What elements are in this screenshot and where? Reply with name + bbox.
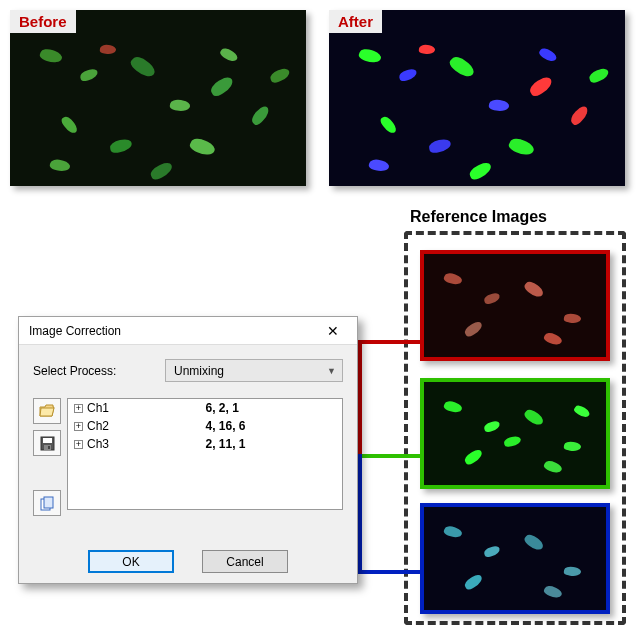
- folder-open-icon: [39, 404, 55, 418]
- reference-images-title: Reference Images: [410, 208, 547, 226]
- channel-name: Ch2: [87, 419, 109, 433]
- process-dropdown[interactable]: Unmixing ▼: [165, 359, 343, 382]
- svg-rect-3: [48, 446, 50, 449]
- svg-rect-1: [43, 438, 52, 443]
- open-button[interactable]: [33, 398, 61, 424]
- table-row[interactable]: +Ch3 2, 11, 1: [68, 435, 342, 453]
- channel-name: Ch3: [87, 437, 109, 451]
- channel-values: 2, 11, 1: [200, 435, 342, 453]
- ok-button[interactable]: OK: [88, 550, 174, 573]
- table-row[interactable]: +Ch2 4, 16, 6: [68, 417, 342, 435]
- copy-icon: [40, 496, 55, 511]
- channel-table[interactable]: +Ch1 6, 2, 1 +Ch2 4, 16, 6 +Ch3 2, 11, 1: [67, 398, 343, 510]
- chevron-down-icon: ▼: [327, 366, 336, 376]
- after-image: After: [329, 10, 625, 186]
- table-row[interactable]: +Ch1 6, 2, 1: [68, 399, 342, 417]
- select-process-label: Select Process:: [33, 364, 153, 378]
- expand-icon[interactable]: +: [74, 422, 83, 431]
- expand-icon[interactable]: +: [74, 404, 83, 413]
- copy-button[interactable]: [33, 490, 61, 516]
- image-correction-dialog: Image Correction ✕ Select Process: Unmix…: [18, 316, 358, 584]
- reference-image-red: [420, 250, 610, 361]
- cancel-button[interactable]: Cancel: [202, 550, 288, 573]
- dialog-titlebar: Image Correction ✕: [19, 317, 357, 345]
- reference-image-blue: [420, 503, 610, 614]
- connector-red: [358, 340, 362, 458]
- expand-icon[interactable]: +: [74, 440, 83, 449]
- save-button[interactable]: [33, 430, 61, 456]
- reference-image-green: [420, 378, 610, 489]
- svg-rect-5: [44, 497, 53, 508]
- dialog-title: Image Correction: [29, 324, 121, 338]
- before-image: Before: [10, 10, 306, 186]
- save-icon: [40, 436, 55, 451]
- connector-blue: [358, 570, 420, 574]
- before-label: Before: [10, 10, 76, 33]
- connector-blue: [358, 454, 362, 574]
- process-value: Unmixing: [174, 364, 224, 378]
- channel-name: Ch1: [87, 401, 109, 415]
- channel-values: 4, 16, 6: [200, 417, 342, 435]
- close-button[interactable]: ✕: [313, 320, 353, 342]
- after-label: After: [329, 10, 382, 33]
- close-icon: ✕: [327, 323, 339, 339]
- channel-values: 6, 2, 1: [200, 399, 342, 417]
- connector-red: [358, 340, 420, 344]
- connector-green: [358, 454, 420, 458]
